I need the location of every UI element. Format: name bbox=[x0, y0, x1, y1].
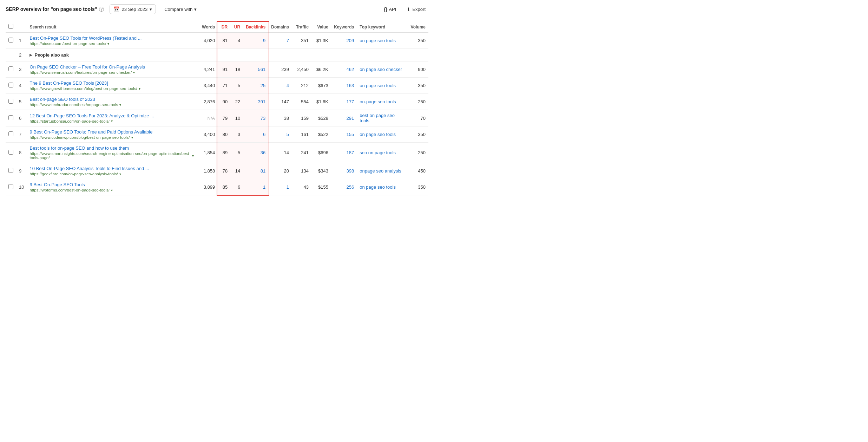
backlinks-value[interactable]: 36 bbox=[261, 150, 265, 155]
url-dropdown-icon[interactable]: ▾ bbox=[111, 119, 113, 123]
keywords-cell: 155 bbox=[331, 126, 357, 143]
people-ask-label: People also ask bbox=[34, 52, 69, 58]
result-title[interactable]: 10 Best On-Page SEO Analysis Tools to Fi… bbox=[29, 166, 194, 171]
url-dropdown-icon[interactable]: ▾ bbox=[139, 87, 140, 91]
keywords-value[interactable]: 177 bbox=[347, 99, 354, 104]
result-title[interactable]: 9 Best On-Page SEO Tools bbox=[29, 182, 194, 187]
url-dropdown-icon[interactable]: ▾ bbox=[119, 172, 121, 176]
url-dropdown-icon[interactable]: ▾ bbox=[133, 71, 135, 74]
result-title[interactable]: 9 Best On-Page SEO Tools: Free and Paid … bbox=[29, 129, 194, 135]
keywords-value[interactable]: 209 bbox=[347, 38, 354, 43]
backlinks-value[interactable]: 1 bbox=[263, 184, 265, 190]
keywords-value[interactable]: 291 bbox=[347, 116, 354, 121]
domains-value[interactable]: 4 bbox=[287, 83, 289, 88]
row-checkbox[interactable] bbox=[8, 66, 13, 71]
domains-value: 20 bbox=[284, 168, 289, 174]
top-keyword-cell: on-page seo tools bbox=[357, 94, 408, 110]
result-title[interactable]: Best tools for on-page SEO and how to us… bbox=[29, 145, 194, 151]
api-button[interactable]: {} API bbox=[381, 5, 399, 14]
row-checkbox[interactable] bbox=[8, 150, 13, 155]
header-dr: DR bbox=[218, 22, 230, 32]
dr-value: 78 bbox=[223, 168, 228, 174]
backlinks-value[interactable]: 25 bbox=[261, 83, 265, 88]
result-title[interactable]: Best On-Page SEO Tools for WordPress (Te… bbox=[29, 35, 194, 41]
url-dropdown-icon[interactable]: ▾ bbox=[107, 42, 109, 46]
traffic-value: 159 bbox=[301, 116, 309, 121]
keywords-value[interactable]: 163 bbox=[347, 83, 354, 88]
url-dropdown-icon[interactable]: ▾ bbox=[119, 103, 121, 107]
top-keyword-value[interactable]: on page seo tools bbox=[360, 38, 396, 43]
header-value: Value bbox=[311, 22, 331, 32]
row-checkbox[interactable] bbox=[8, 184, 13, 189]
url-dropdown-icon[interactable]: ▾ bbox=[192, 154, 194, 158]
keywords-value[interactable]: 256 bbox=[347, 184, 354, 190]
keywords-value[interactable]: 187 bbox=[347, 150, 354, 155]
value-cell: $343 bbox=[311, 163, 331, 179]
top-keyword-value[interactable]: on page seo checker bbox=[360, 67, 402, 72]
header-checkbox-cell bbox=[6, 22, 16, 32]
domains-value[interactable]: 1 bbox=[287, 184, 289, 190]
words-cell: 1,858 bbox=[197, 163, 218, 179]
dr-cell: 80 bbox=[218, 126, 230, 143]
result-cell: 9 Best On-Page SEO Tools: Free and Paid … bbox=[27, 126, 197, 143]
value-cell: $522 bbox=[311, 126, 331, 143]
ur-cell: 14 bbox=[230, 163, 243, 179]
help-icon[interactable]: ? bbox=[99, 7, 104, 12]
traffic-value: 43 bbox=[303, 184, 308, 190]
header-volume: Volume bbox=[408, 22, 428, 32]
row-checkbox[interactable] bbox=[8, 38, 13, 43]
words-cell: 3,400 bbox=[197, 126, 218, 143]
top-keyword-cell: best on page seo tools bbox=[357, 110, 408, 126]
top-keyword-value[interactable]: on page seo tools bbox=[360, 184, 396, 190]
select-all-checkbox[interactable] bbox=[8, 24, 13, 29]
backlinks-value[interactable]: 73 bbox=[261, 116, 265, 121]
domains-cell: 147 bbox=[268, 94, 292, 110]
result-title[interactable]: 12 Best On-Page SEO Tools For 2023: Anal… bbox=[29, 113, 194, 118]
row-checkbox[interactable] bbox=[8, 83, 13, 87]
checkbox-cell bbox=[6, 32, 16, 49]
backlinks-value[interactable]: 6 bbox=[263, 132, 265, 137]
words-value: 1,858 bbox=[204, 168, 215, 174]
table-row: 8 Best tools for on-page SEO and how to … bbox=[6, 143, 428, 163]
domains-value[interactable]: 7 bbox=[287, 38, 289, 43]
volume-value: 350 bbox=[418, 184, 426, 190]
domains-cell: 7 bbox=[268, 32, 292, 49]
top-keyword-value[interactable]: onpage seo analysis bbox=[360, 168, 401, 174]
row-checkbox[interactable] bbox=[8, 99, 13, 104]
backlinks-value[interactable]: 81 bbox=[261, 168, 265, 174]
traffic-value: 241 bbox=[301, 150, 309, 155]
domains-value[interactable]: 5 bbox=[287, 132, 289, 137]
keywords-cell: 177 bbox=[331, 94, 357, 110]
words-value: 1,854 bbox=[204, 150, 215, 155]
keywords-cell: 209 bbox=[331, 32, 357, 49]
compare-with-button[interactable]: Compare with ▾ bbox=[162, 5, 199, 14]
backlinks-value[interactable]: 391 bbox=[258, 99, 266, 104]
keywords-value[interactable]: 462 bbox=[347, 67, 354, 72]
top-keyword-value[interactable]: on page seo tools bbox=[360, 83, 396, 88]
value-cell: $155 bbox=[311, 179, 331, 195]
volume-cell: 250 bbox=[408, 143, 428, 163]
date-picker-button[interactable]: 📅 23 Sep 2023 ▾ bbox=[110, 4, 156, 14]
result-title[interactable]: Best on-page SEO tools of 2023 bbox=[29, 97, 194, 102]
backlinks-value[interactable]: 9 bbox=[263, 38, 265, 43]
result-title[interactable]: On Page SEO Checker – Free Tool for On-P… bbox=[29, 64, 194, 70]
top-keyword-value[interactable]: on-page seo tools bbox=[360, 99, 396, 104]
top-keyword-value[interactable]: seo on page tools bbox=[360, 150, 396, 155]
page-title: SERP overview for "on page seo tools" ? bbox=[6, 6, 104, 12]
row-checkbox[interactable] bbox=[8, 168, 13, 173]
ur-value: 10 bbox=[235, 116, 240, 121]
dr-cell: 85 bbox=[218, 179, 230, 195]
top-keyword-value[interactable]: best on page seo tools bbox=[360, 113, 395, 123]
backlinks-value[interactable]: 561 bbox=[258, 67, 266, 72]
url-dropdown-icon[interactable]: ▾ bbox=[131, 136, 133, 139]
keywords-value[interactable]: 398 bbox=[347, 168, 354, 174]
url-dropdown-icon[interactable]: ▾ bbox=[111, 188, 113, 192]
keywords-value[interactable]: 155 bbox=[347, 132, 354, 137]
top-keyword-value[interactable]: on page seo tools bbox=[360, 132, 396, 137]
row-checkbox[interactable] bbox=[8, 131, 13, 136]
words-value: 4,020 bbox=[204, 38, 215, 43]
row-checkbox[interactable] bbox=[8, 115, 13, 120]
export-button[interactable]: ⬇ Export bbox=[404, 5, 428, 14]
result-title[interactable]: The 9 Best On-Page SEO Tools [2023] bbox=[29, 80, 194, 86]
result-url: https://wpforms.com/best-on-page-seo-too… bbox=[29, 188, 110, 192]
